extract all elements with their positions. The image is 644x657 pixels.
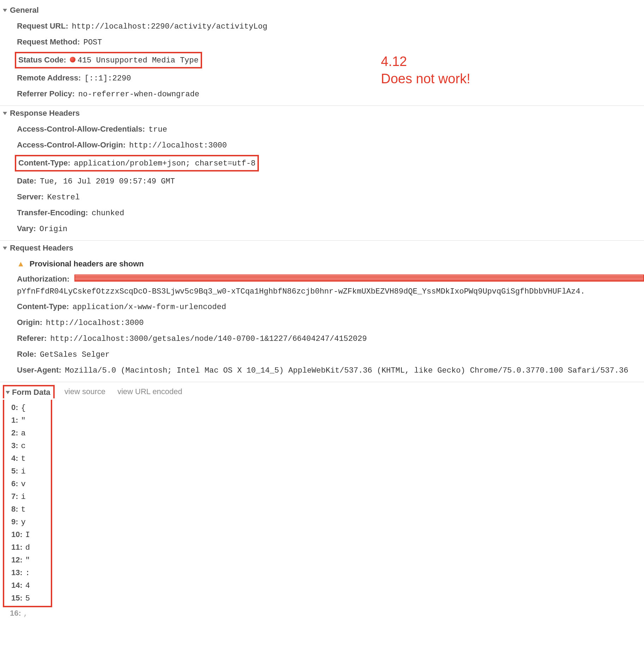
origin-label: Origin (17, 317, 46, 328)
form-data-row: 5i (11, 465, 51, 477)
form-data-row: 9y (11, 516, 51, 528)
req-content-type-label: Content-Type (17, 301, 72, 312)
authorization-label: Authorization (17, 273, 73, 285)
form-trailing-key: 16 (10, 609, 18, 617)
form-data-value: t (21, 505, 26, 514)
form-data-value: y (21, 518, 26, 527)
resp-content-type-label: Content-Type (18, 157, 74, 169)
form-data-row: 155 (11, 592, 51, 604)
remote-address-value: [::1]:2290 (84, 73, 131, 84)
general-header[interactable]: General (0, 4, 644, 18)
referer-row: Referer http://localhost:3000/getsales/n… (17, 331, 644, 346)
form-data-title: Form Data (12, 388, 50, 397)
user-agent-value: Mozilla/5.0 (Macintosh; Intel Mac OS X 1… (65, 365, 628, 376)
status-code-row: Status Code 415 Unsupported Media Type (17, 50, 644, 70)
transfer-encoding-label: Transfer-Encoding (17, 207, 92, 218)
authorization-continuation: pYfnFfdR04LyCskefOtzzxScqDcO-BS3Ljwv5c9B… (0, 287, 644, 299)
form-data-row: 1" (11, 414, 51, 427)
form-data-key: 1 (11, 416, 21, 425)
request-headers-title: Request Headers (10, 243, 73, 253)
date-value: Tue, 16 Jul 2019 09:57:49 GMT (40, 176, 175, 187)
caret-down-icon (3, 9, 7, 12)
annotation-line1: 4.12 (381, 53, 470, 70)
view-url-encoded-link[interactable]: view URL encoded (117, 387, 182, 396)
server-value: Kestrel (47, 192, 80, 203)
form-data-row: 3c (11, 439, 51, 452)
form-data-value: c (21, 442, 26, 451)
form-data-row: 7i (11, 490, 51, 503)
origin-row: Origin http://localhost:3000 (17, 315, 644, 331)
role-value: GetSales Selger (40, 349, 110, 361)
form-data-value: 5 (25, 594, 30, 603)
form-data-key: 0 (11, 403, 21, 412)
referrer-policy-label: Referrer Policy (17, 88, 78, 100)
resp-content-type-row: Content-Type application/problem+json; c… (17, 153, 644, 173)
general-title: General (10, 6, 39, 15)
form-data-header: Form Data view source view URL encoded (0, 382, 644, 400)
form-data-row: 0{ (11, 401, 51, 414)
form-data-row: 6v (11, 477, 51, 490)
form-data-value: d (25, 543, 30, 552)
ac-origin-row: Access-Control-Allow-Origin http://local… (17, 137, 644, 153)
request-headers-header[interactable]: Request Headers (0, 242, 644, 256)
provisional-text: Provisional headers are shown (30, 258, 144, 270)
form-data-key: 14 (11, 581, 25, 590)
referrer-policy-value: no-referrer-when-downgrade (78, 89, 199, 100)
form-data-key: 3 (11, 441, 21, 450)
server-label: Server (17, 191, 47, 203)
ac-credentials-value: true (148, 124, 167, 135)
form-data-value: " (25, 556, 30, 565)
ac-origin-value: http://localhost:3000 (129, 140, 227, 151)
request-method-value: POST (83, 37, 102, 48)
request-url-label: Request URL (17, 20, 72, 32)
form-data-key: 10 (11, 530, 25, 539)
status-error-icon (70, 57, 75, 62)
status-code-label: Status Code (18, 54, 70, 66)
form-data-key: 15 (11, 593, 25, 603)
req-content-type-value: application/x-www-form-urlencoded (72, 301, 226, 313)
origin-value: http://localhost:3000 (46, 317, 144, 329)
form-data-key: 7 (11, 492, 21, 501)
form-data-key: 2 (11, 428, 21, 438)
request-method-row: Request Method POST (17, 34, 644, 50)
server-row: Server Kestrel (17, 189, 644, 205)
caret-down-icon (6, 391, 10, 394)
user-agent-label: User-Agent (17, 364, 65, 376)
form-data-value: v (21, 480, 26, 489)
provisional-row: ▲ Provisional headers are shown (17, 256, 644, 271)
status-code-value: 415 Unsupported Media Type (78, 55, 199, 66)
vary-label: Vary (17, 223, 40, 234)
response-headers-header[interactable]: Response Headers (0, 107, 644, 121)
request-headers-section: Request Headers ▲ Provisional headers ar… (0, 241, 644, 382)
caret-down-icon (3, 247, 7, 250)
form-data-key: 13 (11, 568, 25, 577)
form-data-row: 2a (11, 427, 51, 439)
ac-credentials-row: Access-Control-Allow-Credentials true (17, 121, 644, 137)
form-data-key: 9 (11, 517, 21, 526)
referrer-policy-row: Referrer Policy no-referrer-when-downgra… (17, 86, 644, 102)
form-data-value: 4 (25, 581, 30, 590)
request-url-value: http://localhost:2290/activity/activityL… (72, 21, 267, 32)
form-data-key: 8 (11, 505, 21, 514)
form-data-value: t (21, 454, 26, 463)
vary-value: Origin (40, 223, 67, 235)
vary-row: Vary Origin (17, 221, 644, 237)
form-data-key: 11 (11, 543, 25, 552)
date-row: Date Tue, 16 Jul 2019 09:57:49 GMT (17, 173, 644, 189)
response-headers-title: Response Headers (10, 109, 80, 118)
referer-label: Referer (17, 332, 50, 344)
annotation-text: 4.12 Does not work! (381, 53, 470, 88)
warning-icon: ▲ (17, 258, 25, 270)
remote-address-row: Remote Address [::1]:2290 (17, 70, 644, 86)
form-data-value: i (21, 467, 26, 476)
form-data-value: I (25, 531, 30, 540)
form-data-row: 10I (11, 528, 51, 541)
form-data-value: a (21, 429, 26, 438)
form-data-value: { (21, 404, 26, 412)
ac-origin-label: Access-Control-Allow-Origin (17, 139, 129, 151)
form-data-row: 12" (11, 554, 51, 566)
form-data-key: 6 (11, 479, 21, 488)
view-source-link[interactable]: view source (65, 387, 105, 396)
req-content-type-row: Content-Type application/x-www-form-urle… (17, 299, 644, 315)
form-data-title-box[interactable]: Form Data (3, 385, 55, 398)
